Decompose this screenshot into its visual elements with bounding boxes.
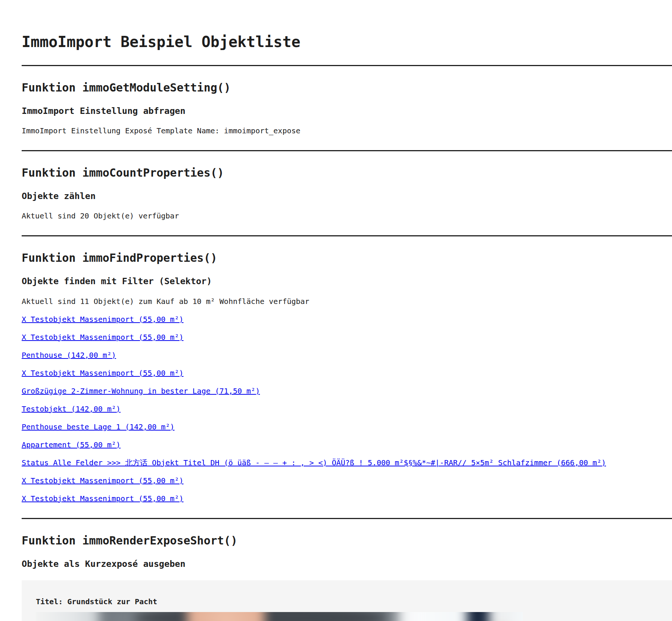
function-subheading: Objekte als Kurzexposé ausgeben	[22, 559, 672, 569]
property-link-row: Testobjekt (142,00 m²)	[22, 404, 672, 414]
page-title: ImmoImport Beispiel Objektliste	[22, 33, 672, 51]
function-result-text: Aktuell sind 11 Objekt(e) zum Kauf ab 10…	[22, 296, 672, 307]
photo-navy-streak	[467, 612, 489, 621]
section-module-setting: Funktion immoGetModuleSetting() ImmoImpo…	[22, 81, 672, 136]
section-divider	[22, 518, 672, 519]
function-heading: Funktion immoRenderExposeShort()	[22, 534, 672, 547]
photo-right-background	[387, 612, 475, 621]
property-link[interactable]: X Testobjekt Massenimport (55,00 m²)	[22, 315, 183, 324]
section-divider	[22, 150, 672, 151]
function-result-text: ImmoImport Einstellung Exposé Template N…	[22, 126, 672, 136]
property-link-row: Appartement (55,00 m²)	[22, 440, 672, 450]
section-divider	[22, 235, 672, 236]
property-link-row: Status Alle Felder >>> 北方话 Objekt Titel …	[22, 458, 672, 468]
expose-photo	[36, 612, 523, 621]
property-link[interactable]: X Testobjekt Massenimport (55,00 m²)	[22, 333, 183, 342]
property-link-row: Penthouse (142,00 m²)	[22, 350, 672, 360]
property-link[interactable]: Penthouse beste Lage 1 (142,00 m²)	[22, 422, 174, 431]
function-subheading: Objekte finden mit Filter (Selektor)	[22, 276, 672, 286]
function-heading: Funktion immoGetModuleSetting()	[22, 81, 672, 94]
property-link-row: Penthouse beste Lage 1 (142,00 m²)	[22, 422, 672, 432]
property-link[interactable]: X Testobjekt Massenimport (55,00 m²)	[22, 476, 183, 485]
property-link-row: X Testobjekt Massenimport (55,00 m²)	[22, 476, 672, 486]
function-heading: Funktion immoFindProperties()	[22, 251, 672, 265]
property-link[interactable]: Status Alle Felder >>> 北方话 Objekt Titel …	[22, 458, 606, 467]
property-link-row: Großzügige 2-Zimmer-Wohnung in bester La…	[22, 386, 672, 396]
expose-card: Titel: Grundstück zur Pacht	[22, 580, 672, 621]
expose-title: Titel: Grundstück zur Pacht	[36, 597, 672, 607]
property-link[interactable]: X Testobjekt Massenimport (55,00 m²)	[22, 494, 183, 503]
section-find-properties: Funktion immoFindProperties() Objekte fi…	[22, 251, 672, 503]
property-link[interactable]: Großzügige 2-Zimmer-Wohnung in bester La…	[22, 386, 260, 395]
property-link-row: X Testobjekt Massenimport (55,00 m²)	[22, 368, 672, 378]
property-link[interactable]: Testobjekt (142,00 m²)	[22, 404, 121, 413]
section-count-properties: Funktion immoCountProperties() Objekte z…	[22, 166, 672, 221]
section-render-expose-short: Funktion immoRenderExposeShort() Objekte…	[22, 534, 672, 621]
property-link-row: X Testobjekt Massenimport (55,00 m²)	[22, 332, 672, 342]
photo-right-edge	[504, 612, 523, 621]
property-link[interactable]: Penthouse (142,00 m²)	[22, 351, 116, 360]
function-result-text: Aktuell sind 20 Objekt(e) verfügbar	[22, 211, 672, 221]
function-subheading: ImmoImport Einstellung abfragen	[22, 106, 672, 116]
function-heading: Funktion immoCountProperties()	[22, 166, 672, 180]
photo-person-face	[187, 612, 265, 621]
property-link[interactable]: X Testobjekt Massenimport (55,00 m²)	[22, 369, 183, 378]
property-link-row: X Testobjekt Massenimport (55,00 m²)	[22, 494, 672, 504]
section-divider	[22, 65, 672, 66]
property-link-row: X Testobjekt Massenimport (55,00 m²)	[22, 314, 672, 325]
function-subheading: Objekte zählen	[22, 191, 672, 201]
property-link[interactable]: Appartement (55,00 m²)	[22, 440, 121, 449]
